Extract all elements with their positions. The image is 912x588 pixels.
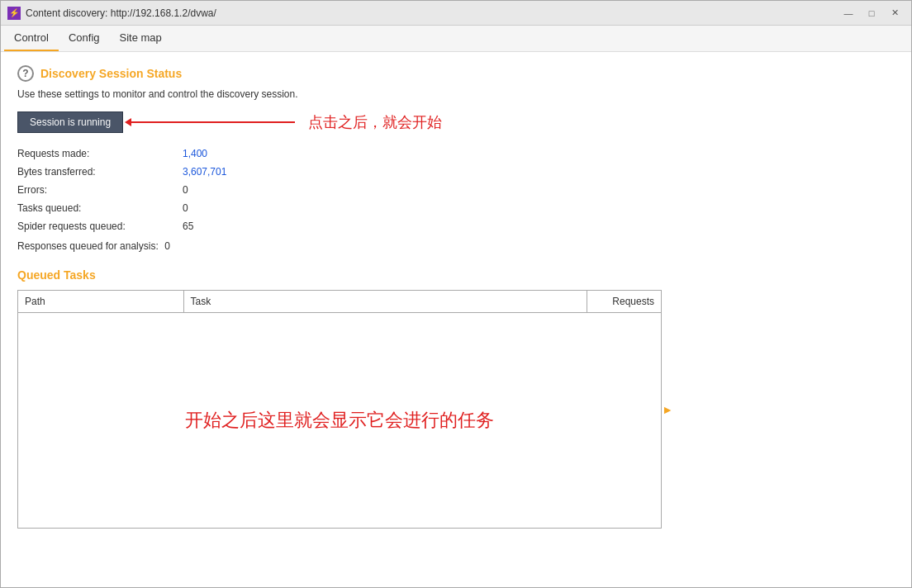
tab-sitemap[interactable]: Site map [110,26,172,51]
main-window: ⚡ Content discovery: http://192.168.1.2/… [0,0,912,588]
session-running-button[interactable]: Session is running [17,111,123,133]
stat-value-errors: 0 [183,183,282,197]
tab-control[interactable]: Control [4,26,59,51]
tab-config[interactable]: Config [59,26,110,51]
col-header-requests: Requests [587,291,661,313]
arrow-line [130,121,295,123]
section-title: Discovery Session Status [40,67,182,80]
session-row: Session is running 点击之后，就会开始 [17,111,895,133]
title-bar: ⚡ Content discovery: http://192.168.1.2/… [1,1,911,26]
stat-label-spider: Spider requests queued: [17,219,183,234]
stat-value-bytes: 3,607,701 [183,164,282,179]
arrow-annotation: 点击之后，就会开始 [130,112,442,132]
help-icon: ? [17,65,34,82]
queued-tasks-title: Queued Tasks [17,268,895,282]
window-title: Content discovery: http://192.168.1.2/dv… [26,7,838,19]
stat-value-tasks: 0 [183,201,282,216]
annotation-text: 点击之后，就会开始 [308,112,442,132]
col-header-path: Path [18,291,183,313]
table-placeholder: 开始之后这里就会显示它会进行的任务 [18,313,661,528]
maximize-button[interactable]: □ [862,6,881,21]
close-button[interactable]: ✕ [885,6,905,21]
window-controls: — □ ✕ [838,6,905,21]
stat-label-bytes: Bytes transferred: [17,164,183,179]
table-wrapper: Path Task Requests 开始之后这里就会显示它会进行的任务 [17,290,662,529]
stat-value-responses: 0 [164,240,170,252]
stat-value-spider: 65 [183,219,282,234]
stat-label-errors: Errors: [17,183,183,197]
section-description: Use these settings to monitor and contro… [17,88,895,100]
responses-queued-row: Responses queued for analysis: 0 [17,240,895,252]
col-header-task: Task [183,291,587,313]
placeholder-text: 开始之后这里就会显示它会进行的任务 [185,408,494,433]
menu-bar: Control Config Site map [1,26,911,52]
main-content: ? Discovery Session Status Use these set… [1,52,911,587]
stat-label-tasks: Tasks queued: [17,201,183,216]
queued-tasks-table: Path Task Requests 开始之后这里就会显示它会进行的任务 [17,290,662,529]
scroll-right-indicator: ► [662,403,673,416]
stats-grid: Requests made: 1,400 Bytes transferred: … [17,146,895,234]
stat-value-requests: 1,400 [183,146,282,161]
stat-label-requests: Requests made: [17,146,183,161]
stat-label-responses: Responses queued for analysis: [17,240,159,252]
minimize-button[interactable]: — [838,6,858,21]
app-icon: ⚡ [7,7,21,20]
section-header: ? Discovery Session Status [17,65,895,82]
